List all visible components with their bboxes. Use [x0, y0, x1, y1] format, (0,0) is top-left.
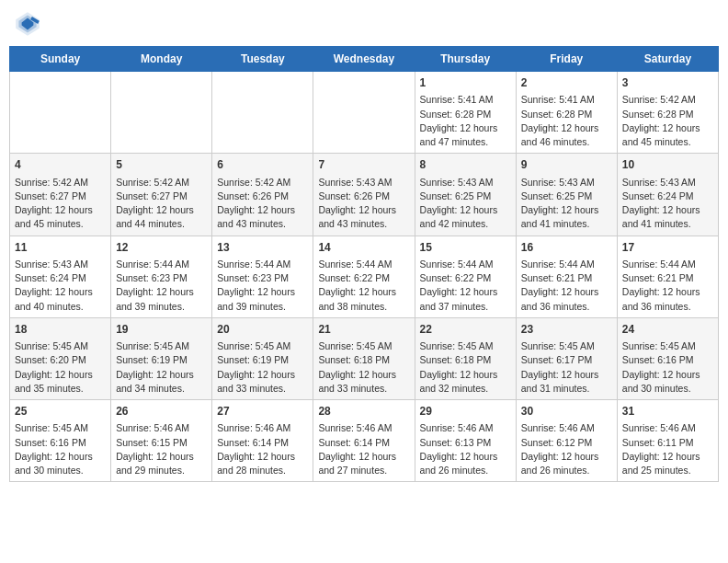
day-cell: 18Sunrise: 5:45 AM Sunset: 6:20 PM Dayli… [10, 317, 111, 399]
day-cell: 13Sunrise: 5:44 AM Sunset: 6:23 PM Dayli… [212, 236, 313, 317]
day-cell: 16Sunrise: 5:44 AM Sunset: 6:21 PM Dayli… [516, 236, 617, 317]
week-row-5: 25Sunrise: 5:45 AM Sunset: 6:16 PM Dayli… [10, 400, 719, 482]
day-number: 23 [521, 322, 612, 338]
day-cell [212, 72, 313, 154]
day-info: Sunrise: 5:42 AM Sunset: 6:28 PM Dayligh… [622, 93, 713, 149]
day-cell: 25Sunrise: 5:45 AM Sunset: 6:16 PM Dayli… [10, 400, 111, 482]
page-header [9, 9, 719, 39]
day-info: Sunrise: 5:46 AM Sunset: 6:13 PM Dayligh… [420, 421, 511, 477]
day-info: Sunrise: 5:43 AM Sunset: 6:24 PM Dayligh… [15, 258, 106, 314]
day-header-saturday: Saturday [617, 47, 718, 72]
day-number: 5 [116, 157, 207, 173]
day-number: 7 [318, 157, 409, 173]
day-info: Sunrise: 5:45 AM Sunset: 6:19 PM Dayligh… [116, 339, 207, 396]
day-info: Sunrise: 5:44 AM Sunset: 6:22 PM Dayligh… [318, 258, 409, 314]
day-number: 10 [622, 157, 713, 173]
day-number: 27 [217, 404, 308, 419]
day-number: 12 [116, 240, 207, 256]
day-number: 14 [318, 240, 409, 256]
day-info: Sunrise: 5:45 AM Sunset: 6:17 PM Dayligh… [521, 339, 612, 396]
day-cell [111, 72, 212, 154]
day-number: 8 [420, 157, 511, 173]
week-row-1: 1Sunrise: 5:41 AM Sunset: 6:28 PM Daylig… [10, 72, 719, 154]
day-cell: 17Sunrise: 5:44 AM Sunset: 6:21 PM Dayli… [617, 236, 718, 317]
day-info: Sunrise: 5:44 AM Sunset: 6:21 PM Dayligh… [622, 258, 713, 314]
day-number: 30 [521, 404, 612, 419]
day-number: 15 [420, 240, 511, 256]
day-cell: 9Sunrise: 5:43 AM Sunset: 6:25 PM Daylig… [516, 154, 617, 236]
day-number: 21 [318, 322, 409, 338]
day-number: 3 [622, 75, 713, 91]
day-number: 16 [521, 240, 612, 256]
day-info: Sunrise: 5:42 AM Sunset: 6:26 PM Dayligh… [217, 176, 308, 232]
day-info: Sunrise: 5:41 AM Sunset: 6:28 PM Dayligh… [420, 93, 511, 149]
week-row-3: 11Sunrise: 5:43 AM Sunset: 6:24 PM Dayli… [10, 236, 719, 317]
day-info: Sunrise: 5:44 AM Sunset: 6:23 PM Dayligh… [217, 258, 308, 314]
day-cell [10, 72, 111, 154]
day-number: 6 [217, 157, 308, 173]
day-cell: 12Sunrise: 5:44 AM Sunset: 6:23 PM Dayli… [111, 236, 212, 317]
day-header-row: SundayMondayTuesdayWednesdayThursdayFrid… [10, 47, 719, 72]
day-info: Sunrise: 5:45 AM Sunset: 6:20 PM Dayligh… [15, 339, 106, 396]
day-header-thursday: Thursday [415, 47, 516, 72]
day-info: Sunrise: 5:46 AM Sunset: 6:15 PM Dayligh… [116, 421, 207, 477]
day-cell: 31Sunrise: 5:46 AM Sunset: 6:11 PM Dayli… [617, 400, 718, 482]
day-cell: 26Sunrise: 5:46 AM Sunset: 6:15 PM Dayli… [111, 400, 212, 482]
calendar-table: SundayMondayTuesdayWednesdayThursdayFrid… [9, 46, 719, 482]
day-cell: 5Sunrise: 5:42 AM Sunset: 6:27 PM Daylig… [111, 154, 212, 236]
day-number: 13 [217, 240, 308, 256]
day-info: Sunrise: 5:45 AM Sunset: 6:18 PM Dayligh… [420, 339, 511, 396]
day-info: Sunrise: 5:45 AM Sunset: 6:16 PM Dayligh… [622, 339, 713, 396]
day-cell: 28Sunrise: 5:46 AM Sunset: 6:14 PM Dayli… [313, 400, 415, 482]
logo [13, 9, 46, 39]
day-info: Sunrise: 5:46 AM Sunset: 6:14 PM Dayligh… [318, 421, 409, 477]
day-header-tuesday: Tuesday [212, 47, 313, 72]
day-cell: 24Sunrise: 5:45 AM Sunset: 6:16 PM Dayli… [617, 317, 718, 399]
day-number: 24 [622, 322, 713, 338]
day-cell: 11Sunrise: 5:43 AM Sunset: 6:24 PM Dayli… [10, 236, 111, 317]
day-number: 9 [521, 157, 612, 173]
day-number: 29 [420, 404, 511, 419]
day-info: Sunrise: 5:43 AM Sunset: 6:25 PM Dayligh… [420, 176, 511, 232]
day-cell: 3Sunrise: 5:42 AM Sunset: 6:28 PM Daylig… [617, 72, 718, 154]
day-number: 17 [622, 240, 713, 256]
day-info: Sunrise: 5:45 AM Sunset: 6:19 PM Dayligh… [217, 339, 308, 396]
day-number: 31 [622, 404, 713, 419]
day-info: Sunrise: 5:42 AM Sunset: 6:27 PM Dayligh… [15, 176, 106, 232]
day-cell: 14Sunrise: 5:44 AM Sunset: 6:22 PM Dayli… [313, 236, 415, 317]
week-row-2: 4Sunrise: 5:42 AM Sunset: 6:27 PM Daylig… [10, 154, 719, 236]
day-info: Sunrise: 5:43 AM Sunset: 6:26 PM Dayligh… [318, 176, 409, 232]
day-cell [313, 72, 415, 154]
day-info: Sunrise: 5:43 AM Sunset: 6:24 PM Dayligh… [622, 176, 713, 232]
day-info: Sunrise: 5:44 AM Sunset: 6:21 PM Dayligh… [521, 258, 612, 314]
day-header-sunday: Sunday [10, 47, 111, 72]
day-cell: 22Sunrise: 5:45 AM Sunset: 6:18 PM Dayli… [415, 317, 516, 399]
day-number: 20 [217, 322, 308, 338]
day-cell: 27Sunrise: 5:46 AM Sunset: 6:14 PM Dayli… [212, 400, 313, 482]
day-info: Sunrise: 5:44 AM Sunset: 6:23 PM Dayligh… [116, 258, 207, 314]
day-cell: 29Sunrise: 5:46 AM Sunset: 6:13 PM Dayli… [415, 400, 516, 482]
day-info: Sunrise: 5:46 AM Sunset: 6:14 PM Dayligh… [217, 421, 308, 477]
day-cell: 7Sunrise: 5:43 AM Sunset: 6:26 PM Daylig… [313, 154, 415, 236]
day-cell: 30Sunrise: 5:46 AM Sunset: 6:12 PM Dayli… [516, 400, 617, 482]
day-number: 2 [521, 75, 612, 91]
day-header-friday: Friday [516, 47, 617, 72]
day-info: Sunrise: 5:42 AM Sunset: 6:27 PM Dayligh… [116, 176, 207, 232]
day-number: 28 [318, 404, 409, 419]
day-info: Sunrise: 5:46 AM Sunset: 6:12 PM Dayligh… [521, 421, 612, 477]
day-cell: 23Sunrise: 5:45 AM Sunset: 6:17 PM Dayli… [516, 317, 617, 399]
day-number: 4 [15, 157, 106, 173]
day-cell: 2Sunrise: 5:41 AM Sunset: 6:28 PM Daylig… [516, 72, 617, 154]
logo-icon [13, 9, 42, 39]
day-number: 22 [420, 322, 511, 338]
day-info: Sunrise: 5:45 AM Sunset: 6:18 PM Dayligh… [318, 339, 409, 396]
day-cell: 8Sunrise: 5:43 AM Sunset: 6:25 PM Daylig… [415, 154, 516, 236]
day-header-monday: Monday [111, 47, 212, 72]
day-cell: 10Sunrise: 5:43 AM Sunset: 6:24 PM Dayli… [617, 154, 718, 236]
day-info: Sunrise: 5:45 AM Sunset: 6:16 PM Dayligh… [15, 421, 106, 477]
day-info: Sunrise: 5:41 AM Sunset: 6:28 PM Dayligh… [521, 93, 612, 149]
week-row-4: 18Sunrise: 5:45 AM Sunset: 6:20 PM Dayli… [10, 317, 719, 399]
day-cell: 20Sunrise: 5:45 AM Sunset: 6:19 PM Dayli… [212, 317, 313, 399]
day-cell: 15Sunrise: 5:44 AM Sunset: 6:22 PM Dayli… [415, 236, 516, 317]
day-info: Sunrise: 5:46 AM Sunset: 6:11 PM Dayligh… [622, 421, 713, 477]
